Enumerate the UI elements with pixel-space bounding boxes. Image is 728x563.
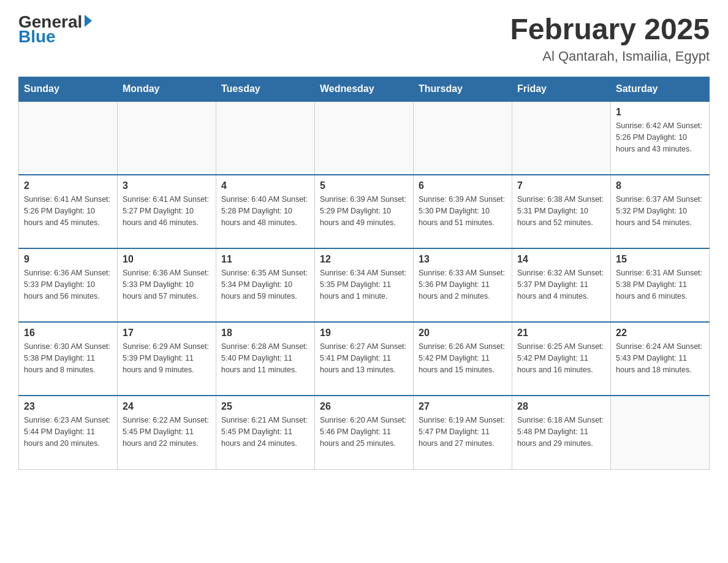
day-info: Sunrise: 6:39 AM Sunset: 5:29 PM Dayligh… <box>320 194 408 228</box>
day-info: Sunrise: 6:41 AM Sunset: 5:27 PM Dayligh… <box>123 194 211 228</box>
calendar-day-cell <box>216 101 315 175</box>
calendar-day-cell: 3Sunrise: 6:41 AM Sunset: 5:27 PM Daylig… <box>118 175 216 248</box>
day-info: Sunrise: 6:21 AM Sunset: 5:45 PM Dayligh… <box>221 415 309 449</box>
calendar-subtitle: Al Qantarah, Ismailia, Egypt <box>510 48 710 64</box>
day-number: 16 <box>24 327 112 339</box>
day-number: 27 <box>419 401 507 412</box>
day-info: Sunrise: 6:29 AM Sunset: 5:39 PM Dayligh… <box>123 341 211 375</box>
day-number: 2 <box>24 180 112 191</box>
day-number: 13 <box>419 254 507 265</box>
day-info: Sunrise: 6:22 AM Sunset: 5:45 PM Dayligh… <box>123 415 211 449</box>
day-info: Sunrise: 6:41 AM Sunset: 5:26 PM Dayligh… <box>24 194 112 228</box>
day-number: 6 <box>419 180 507 191</box>
calendar-day-cell: 9Sunrise: 6:36 AM Sunset: 5:33 PM Daylig… <box>19 248 118 322</box>
day-number: 10 <box>123 254 211 265</box>
calendar-week-row: 2Sunrise: 6:41 AM Sunset: 5:26 PM Daylig… <box>19 175 710 248</box>
day-info: Sunrise: 6:31 AM Sunset: 5:38 PM Dayligh… <box>616 267 704 302</box>
calendar-day-cell <box>414 101 512 175</box>
col-thursday: Thursday <box>414 77 512 102</box>
day-number: 18 <box>221 327 309 339</box>
day-number: 5 <box>320 180 408 191</box>
calendar-day-cell: 27Sunrise: 6:19 AM Sunset: 5:47 PM Dayli… <box>414 396 512 469</box>
day-info: Sunrise: 6:18 AM Sunset: 5:48 PM Dayligh… <box>517 415 605 449</box>
day-info: Sunrise: 6:40 AM Sunset: 5:28 PM Dayligh… <box>221 194 309 228</box>
calendar-day-cell: 5Sunrise: 6:39 AM Sunset: 5:29 PM Daylig… <box>315 175 414 248</box>
calendar-day-cell: 17Sunrise: 6:29 AM Sunset: 5:39 PM Dayli… <box>118 322 216 396</box>
day-number: 17 <box>123 327 211 339</box>
calendar-day-cell: 14Sunrise: 6:32 AM Sunset: 5:37 PM Dayli… <box>512 248 611 322</box>
col-saturday: Saturday <box>611 77 710 102</box>
calendar-day-cell: 22Sunrise: 6:24 AM Sunset: 5:43 PM Dayli… <box>611 322 710 396</box>
calendar-day-cell: 4Sunrise: 6:40 AM Sunset: 5:28 PM Daylig… <box>216 175 315 248</box>
calendar-day-cell: 12Sunrise: 6:34 AM Sunset: 5:35 PM Dayli… <box>315 248 414 322</box>
day-info: Sunrise: 6:30 AM Sunset: 5:38 PM Dayligh… <box>24 341 112 375</box>
day-info: Sunrise: 6:39 AM Sunset: 5:30 PM Dayligh… <box>419 194 507 228</box>
calendar-week-row: 1Sunrise: 6:42 AM Sunset: 5:26 PM Daylig… <box>19 101 710 175</box>
col-sunday: Sunday <box>19 77 118 102</box>
day-info: Sunrise: 6:34 AM Sunset: 5:35 PM Dayligh… <box>320 267 408 302</box>
logo-arrow-icon <box>85 15 92 27</box>
calendar-day-cell: 20Sunrise: 6:26 AM Sunset: 5:42 PM Dayli… <box>414 322 512 396</box>
col-wednesday: Wednesday <box>315 77 414 102</box>
page-header: General Blue February 2025 Al Qantarah, … <box>18 12 710 64</box>
calendar-day-cell: 28Sunrise: 6:18 AM Sunset: 5:48 PM Dayli… <box>512 396 611 469</box>
day-number: 19 <box>320 327 408 339</box>
day-number: 8 <box>616 180 704 191</box>
calendar-day-cell: 25Sunrise: 6:21 AM Sunset: 5:45 PM Dayli… <box>216 396 315 469</box>
calendar-day-cell: 1Sunrise: 6:42 AM Sunset: 5:26 PM Daylig… <box>611 101 710 175</box>
calendar-day-cell <box>512 101 611 175</box>
day-number: 24 <box>123 401 211 412</box>
day-info: Sunrise: 6:32 AM Sunset: 5:37 PM Dayligh… <box>517 267 605 302</box>
day-number: 23 <box>24 401 112 412</box>
day-number: 26 <box>320 401 408 412</box>
calendar-day-cell <box>19 101 118 175</box>
calendar-day-cell: 16Sunrise: 6:30 AM Sunset: 5:38 PM Dayli… <box>19 322 118 396</box>
calendar-day-cell: 23Sunrise: 6:23 AM Sunset: 5:44 PM Dayli… <box>19 396 118 469</box>
day-info: Sunrise: 6:20 AM Sunset: 5:46 PM Dayligh… <box>320 415 408 449</box>
calendar-day-cell: 6Sunrise: 6:39 AM Sunset: 5:30 PM Daylig… <box>414 175 512 248</box>
day-number: 9 <box>24 254 112 265</box>
logo-blue-text: Blue <box>18 27 56 47</box>
calendar-week-row: 23Sunrise: 6:23 AM Sunset: 5:44 PM Dayli… <box>19 396 710 469</box>
logo: General Blue <box>18 12 92 47</box>
day-number: 12 <box>320 254 408 265</box>
calendar-day-cell <box>315 101 414 175</box>
day-info: Sunrise: 6:33 AM Sunset: 5:36 PM Dayligh… <box>419 267 507 302</box>
day-info: Sunrise: 6:26 AM Sunset: 5:42 PM Dayligh… <box>419 341 507 375</box>
calendar-day-cell: 18Sunrise: 6:28 AM Sunset: 5:40 PM Dayli… <box>216 322 315 396</box>
day-number: 20 <box>419 327 507 339</box>
day-number: 3 <box>123 180 211 191</box>
day-info: Sunrise: 6:42 AM Sunset: 5:26 PM Dayligh… <box>616 120 704 155</box>
calendar-table: Sunday Monday Tuesday Wednesday Thursday… <box>18 77 710 470</box>
day-number: 14 <box>517 254 605 265</box>
day-number: 21 <box>517 327 605 339</box>
day-info: Sunrise: 6:23 AM Sunset: 5:44 PM Dayligh… <box>24 415 112 449</box>
calendar-header-row: Sunday Monday Tuesday Wednesday Thursday… <box>19 77 710 102</box>
day-number: 22 <box>616 327 704 339</box>
day-info: Sunrise: 6:38 AM Sunset: 5:31 PM Dayligh… <box>517 194 605 228</box>
day-info: Sunrise: 6:36 AM Sunset: 5:33 PM Dayligh… <box>123 267 211 302</box>
day-info: Sunrise: 6:24 AM Sunset: 5:43 PM Dayligh… <box>616 341 704 375</box>
calendar-day-cell: 24Sunrise: 6:22 AM Sunset: 5:45 PM Dayli… <box>118 396 216 469</box>
day-number: 4 <box>221 180 309 191</box>
calendar-day-cell: 10Sunrise: 6:36 AM Sunset: 5:33 PM Dayli… <box>118 248 216 322</box>
day-number: 15 <box>616 254 704 265</box>
day-info: Sunrise: 6:25 AM Sunset: 5:42 PM Dayligh… <box>517 341 605 375</box>
day-number: 25 <box>221 401 309 412</box>
calendar-week-row: 9Sunrise: 6:36 AM Sunset: 5:33 PM Daylig… <box>19 248 710 322</box>
calendar-day-cell: 8Sunrise: 6:37 AM Sunset: 5:32 PM Daylig… <box>611 175 710 248</box>
calendar-title: February 2025 <box>510 12 710 46</box>
day-number: 28 <box>517 401 605 412</box>
calendar-day-cell <box>611 396 710 469</box>
col-friday: Friday <box>512 77 611 102</box>
calendar-day-cell: 26Sunrise: 6:20 AM Sunset: 5:46 PM Dayli… <box>315 396 414 469</box>
col-monday: Monday <box>118 77 216 102</box>
calendar-day-cell: 21Sunrise: 6:25 AM Sunset: 5:42 PM Dayli… <box>512 322 611 396</box>
calendar-week-row: 16Sunrise: 6:30 AM Sunset: 5:38 PM Dayli… <box>19 322 710 396</box>
day-number: 1 <box>616 107 704 118</box>
calendar-day-cell: 7Sunrise: 6:38 AM Sunset: 5:31 PM Daylig… <box>512 175 611 248</box>
calendar-day-cell: 19Sunrise: 6:27 AM Sunset: 5:41 PM Dayli… <box>315 322 414 396</box>
day-number: 7 <box>517 180 605 191</box>
day-info: Sunrise: 6:36 AM Sunset: 5:33 PM Dayligh… <box>24 267 112 302</box>
day-info: Sunrise: 6:19 AM Sunset: 5:47 PM Dayligh… <box>419 415 507 449</box>
